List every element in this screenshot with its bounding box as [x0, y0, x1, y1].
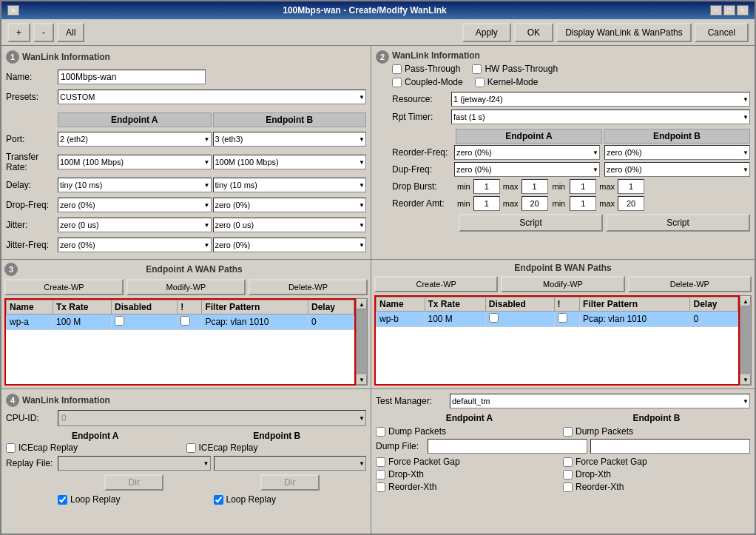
minimize-btn[interactable]: – [710, 5, 722, 16]
replay-b-select[interactable] [214, 456, 367, 471]
dir-a-button[interactable]: Dir [104, 474, 163, 491]
disabled-checkbox[interactable] [115, 316, 124, 326]
reorder-amt-max-b[interactable] [618, 196, 644, 211]
drop-burst-max-a[interactable] [522, 179, 548, 194]
scrollbar-down-b-btn[interactable]: ▼ [740, 374, 751, 385]
reorder-amt-min-a[interactable] [473, 196, 500, 211]
test-manager-select[interactable]: default_tm [450, 394, 750, 408]
hw-pass-through-checkbox[interactable] [472, 64, 482, 74]
loop-b-item: Loop Replay [214, 494, 367, 505]
cpu-id-combo[interactable]: 0 ▼ [58, 410, 366, 426]
drop-burst-min-b[interactable] [570, 179, 596, 194]
endpoint-b-header: Endpoint B [213, 112, 367, 127]
loop-a-checkbox[interactable] [58, 495, 67, 505]
col-delay-a: Delay [308, 300, 354, 314]
drop-xth-a-checkbox[interactable] [376, 470, 385, 480]
wp-b-scrollbar[interactable]: ▲ ▼ [740, 295, 752, 386]
title-bar-right-controls[interactable]: – □ × [710, 5, 749, 16]
dup-b-select[interactable]: zero (0%) [604, 162, 750, 177]
all-button[interactable]: All [57, 23, 84, 42]
s2-endpoint-headers: Endpoint A Endpoint B [392, 129, 750, 144]
drop-xth-b-checkbox[interactable] [563, 470, 573, 480]
reorder-amt-min-b[interactable] [570, 196, 596, 211]
name-input[interactable] [58, 70, 206, 84]
display-button[interactable]: Display WanLink & WanPaths [556, 23, 692, 42]
presets-select[interactable]: CUSTOM [58, 90, 366, 104]
icecap-b-checkbox[interactable] [186, 443, 196, 453]
kernel-mode-item: Kernel-Mode [475, 77, 539, 87]
transfer-b-select[interactable]: 100M (100 Mbps) [213, 155, 367, 169]
drop-a-select[interactable]: zero (0%) [58, 198, 212, 212]
scrollbar-up-b-btn[interactable]: ▲ [740, 296, 751, 306]
replay-a-select[interactable] [58, 456, 211, 471]
jitter-b-select[interactable]: zero (0 us) [213, 218, 367, 232]
maximize-btn[interactable]: □ [723, 5, 735, 16]
coupled-mode-checkbox[interactable] [392, 78, 402, 87]
dump-packets-b-checkbox[interactable] [563, 427, 573, 437]
port-a-select[interactable]: 2 (eth2) [58, 132, 212, 147]
script-a-button[interactable]: Script [459, 214, 603, 232]
cpu-id-select[interactable]: 0 [58, 410, 366, 426]
script-b-button[interactable]: Script [606, 214, 750, 232]
drop-b-select[interactable]: zero (0%) [213, 198, 367, 212]
delete-wp-b-button[interactable]: Delete-WP [628, 276, 752, 292]
drop-xth-a-label: Drop-Xth [388, 469, 424, 480]
add-button[interactable]: + [7, 23, 30, 42]
reorder-xth-a-checkbox[interactable] [376, 482, 385, 492]
excl-b-checkbox[interactable] [558, 313, 567, 323]
table-row[interactable]: wp-b 100 M Pcap: vlan 1010 0 [377, 312, 738, 327]
icecap-a-checkbox[interactable] [6, 443, 16, 453]
reorder-amt-max-a[interactable] [522, 196, 548, 211]
excl-checkbox[interactable] [180, 316, 190, 326]
modify-wp-a-button[interactable]: Modify-WP [126, 279, 246, 295]
checkboxes-area2: Coupled-Mode Kernel-Mode [392, 77, 750, 87]
drop-burst-min-a[interactable] [473, 179, 500, 194]
drop-xth-b-item: Drop-Xth [563, 469, 750, 480]
reorder-xth-b-checkbox[interactable] [563, 482, 573, 492]
table-row[interactable]: wp-a 100 M Pcap: vlan 1010 0 [7, 314, 354, 330]
fpg-b-checkbox[interactable] [563, 457, 573, 467]
delay-a-select[interactable]: tiny (10 ms) [58, 178, 212, 192]
dir-a-container: Dir [58, 473, 211, 492]
cancel-button[interactable]: Cancel [695, 23, 749, 42]
kernel-mode-checkbox[interactable] [475, 78, 485, 87]
modify-wp-b-button[interactable]: Modify-WP [501, 276, 624, 292]
fpg-a-item: Force Packet Gap [376, 457, 563, 467]
jitter-freq-a-select[interactable]: zero (0%) [58, 238, 212, 252]
dup-freq-row: Dup-Freq: zero (0%) ▼ zero (0%) [392, 162, 750, 177]
transfer-a-select[interactable]: 100M (100 Mbps) [58, 155, 212, 169]
dump-packets-a-checkbox[interactable] [376, 427, 385, 437]
resource-select[interactable]: 1 (jetway-f24) [451, 92, 750, 107]
hw-pass-through-item: HW Pass-Through [472, 64, 558, 74]
loop-b-checkbox[interactable] [214, 495, 223, 505]
title-bar-menu-btn[interactable]: ≡ [7, 5, 19, 16]
delay-row: Delay: tiny (10 ms) ▼ tiny (10 ms) ▼ [6, 178, 366, 192]
reorder-b-select[interactable]: zero (0%) [604, 145, 750, 160]
jitter-a-select[interactable]: zero (0 us) [58, 218, 212, 232]
title-bar-left-controls[interactable]: ≡ [7, 5, 19, 16]
rpt-timer-select[interactable]: fast (1 s) [451, 110, 750, 124]
dir-b-button[interactable]: Dir [260, 474, 320, 491]
reorder-amt-row: Reorder Amt: min max min max [392, 196, 750, 211]
delete-wp-a-button[interactable]: Delete-WP [249, 279, 368, 295]
close-btn[interactable]: × [737, 5, 749, 16]
apply-button[interactable]: Apply [462, 23, 511, 42]
dump-file-a-input[interactable] [428, 439, 587, 454]
ok-button[interactable]: OK [514, 23, 553, 42]
dump-file-b-input[interactable] [590, 439, 750, 454]
wp-a-scrollbar[interactable]: ▲ ▼ [356, 298, 368, 386]
drop-burst-max-b[interactable] [618, 179, 644, 194]
jitter-freq-b-select[interactable]: zero (0%) [213, 238, 367, 252]
create-wp-a-button[interactable]: Create-WP [4, 279, 124, 295]
dup-a-select[interactable]: zero (0%) [454, 162, 600, 177]
scrollbar-down-btn[interactable]: ▼ [357, 374, 367, 385]
create-wp-b-button[interactable]: Create-WP [374, 276, 498, 292]
pass-through-checkbox[interactable] [392, 64, 402, 74]
delay-b-select[interactable]: tiny (10 ms) [213, 178, 367, 192]
port-b-select[interactable]: 3 (eth3) [213, 132, 367, 147]
remove-button[interactable]: - [33, 23, 54, 42]
fpg-a-checkbox[interactable] [376, 457, 385, 467]
reorder-a-select[interactable]: zero (0%) [454, 145, 600, 160]
scrollbar-up-btn[interactable]: ▲ [357, 299, 367, 309]
disabled-b-checkbox[interactable] [489, 313, 499, 323]
